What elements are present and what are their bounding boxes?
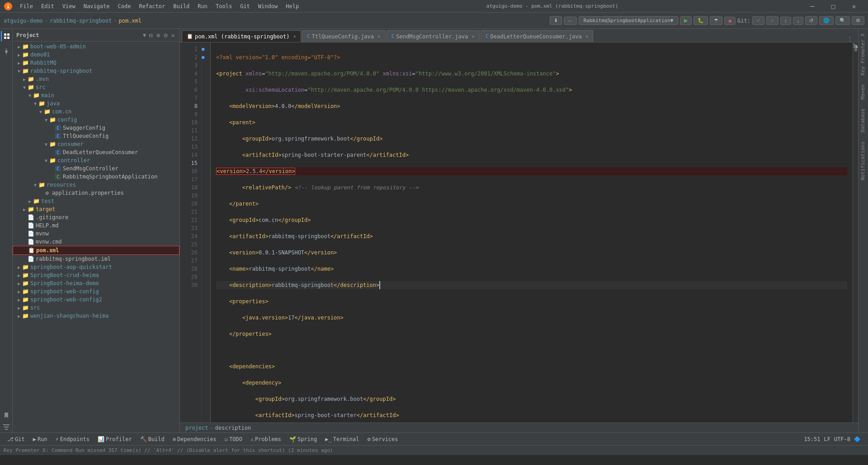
tree-item-heima-demo[interactable]: ▶ 📁 SpringBoot-heima-demo: [13, 279, 179, 287]
search-btn[interactable]: 🔍: [835, 16, 850, 25]
tree-item-controller[interactable]: ▼ 📁 controller: [13, 156, 179, 164]
menu-build[interactable]: Build: [170, 2, 193, 10]
right-panel-keypromoter[interactable]: Key Promoter X: [859, 31, 868, 78]
status-tab-run[interactable]: ▶ Run: [29, 435, 51, 443]
status-tab-problems[interactable]: ⚠ Problems: [247, 435, 285, 443]
sidebar-icon-project[interactable]: [1, 31, 12, 42]
tree-item-pomxml[interactable]: ▶ 📋 pom.xml: [13, 246, 179, 255]
menu-git[interactable]: Git: [236, 2, 254, 10]
tree-item-boot-web[interactable]: ▶ 📁 boot-web-05-admin: [13, 42, 179, 51]
status-tab-terminal[interactable]: ▶_ Terminal: [321, 435, 363, 443]
maximize-button[interactable]: □: [823, 1, 844, 11]
breadcrumb-description[interactable]: description: [215, 425, 251, 431]
stop-btn[interactable]: ■: [724, 17, 736, 25]
tree-item-helpmd[interactable]: ▶ 📄 HELP.md: [13, 221, 179, 230]
tree-item-gitignore[interactable]: ▶ 📄 .gitignore: [13, 213, 179, 221]
tree-item-src[interactable]: ▼ 📁 src: [13, 83, 179, 91]
menu-help[interactable]: Help: [282, 2, 302, 10]
status-tab-build[interactable]: 🔨 Build: [137, 435, 168, 443]
right-panel-database[interactable]: Database: [859, 106, 868, 135]
git-check-btn[interactable]: ✓: [752, 16, 764, 25]
tab-ttlqueue[interactable]: C TtlQueueConfig.java ✕: [302, 30, 386, 42]
menu-window[interactable]: Window: [255, 2, 281, 10]
breadcrumb-module[interactable]: rabbitmq-springboot: [50, 18, 112, 24]
tree-item-mvn[interactable]: ▶ 📁 .mvn: [13, 75, 179, 83]
tree-item-appprops[interactable]: ▶ ⚙ application.properties: [13, 189, 179, 197]
code-editor[interactable]: 1 2 3 4 5 6 7 8 9 10 11 12 13 14 15 16 1…: [180, 42, 858, 423]
git-revert-btn[interactable]: ↺: [805, 16, 817, 25]
run-btn[interactable]: ▶: [680, 16, 692, 25]
tree-item-resources[interactable]: ▼ 📁 resources: [13, 181, 179, 189]
project-panel-dropdown[interactable]: ▼: [143, 32, 146, 38]
tree-item-web-config[interactable]: ▶ 📁 springboot-web-config: [13, 287, 179, 296]
status-encoding[interactable]: UTF-8: [834, 436, 850, 442]
run-config-selector[interactable]: RabbitmqSpringbootApplication ▼: [579, 16, 679, 25]
git-push-btn[interactable]: ↑: [780, 17, 791, 25]
code-content[interactable]: <?xml version="1.0" encoding="UTF-8"?> <…: [211, 42, 853, 423]
sidebar-icon-bookmarks[interactable]: [1, 410, 12, 421]
status-tab-dependencies[interactable]: ≡ Dependencies: [169, 435, 220, 443]
menu-run[interactable]: Run: [194, 2, 211, 10]
close-button[interactable]: ✕: [844, 1, 864, 11]
tab-menu-btn[interactable]: ⋮: [844, 36, 856, 42]
git-commit-btn[interactable]: ✓: [766, 16, 778, 25]
tab-close-btn[interactable]: ✕: [585, 33, 589, 39]
status-tab-endpoints[interactable]: ⚡ Endpoints: [52, 435, 93, 443]
vcs-btn[interactable]: ⬇: [550, 16, 562, 25]
tree-item-ttlqueueconfig[interactable]: ▶ C TtlQueueConfig: [13, 132, 179, 140]
tree-item-main[interactable]: ▼ 📁 main: [13, 91, 179, 99]
tree-item-config[interactable]: ▼ 📁 config: [13, 116, 179, 124]
back-btn[interactable]: ←: [564, 17, 577, 25]
tree-item-sendmsgcontroller[interactable]: ▶ C SendMsgController: [13, 164, 179, 173]
tab-pomxml[interactable]: 📋 pom.xml (rabbitmq-springboot) ✕: [182, 30, 301, 42]
tree-item-mvnw[interactable]: ▶ 📄 mvnw: [13, 230, 179, 238]
breadcrumb-root[interactable]: atguigu-demo: [4, 18, 43, 24]
status-tab-spring[interactable]: 🌱 Spring: [286, 435, 321, 443]
tree-item-test[interactable]: ▶ 📁 test: [13, 197, 179, 205]
menu-code[interactable]: Code: [114, 2, 135, 10]
tree-item-target[interactable]: ▶ 📁 target: [13, 205, 179, 213]
tree-item-demo01[interactable]: ▶ 📁 demo01: [13, 51, 179, 59]
translate-btn[interactable]: 🌐: [819, 16, 834, 25]
sidebar-icon-commit[interactable]: [1, 46, 12, 57]
tab-sendmsg[interactable]: C SendMsgController.java ✕: [387, 30, 480, 42]
tree-item-rabbitmq-springboot[interactable]: ▼ 📁 rabbitmq-springboot: [13, 67, 179, 75]
tree-item-crud-heima[interactable]: ▶ 📁 SpringBoot-crud-heima: [13, 271, 179, 279]
tree-item-java[interactable]: ▼ 📁 java: [13, 99, 179, 108]
tree-item-wenjian[interactable]: ▶ 📁 wenjian-shangchuan-heima: [13, 312, 179, 320]
tree-item-comcn[interactable]: ▼ 📁 com.cn: [13, 108, 179, 116]
git-pull-btn[interactable]: ↓: [793, 17, 804, 25]
menu-view[interactable]: View: [59, 2, 79, 10]
tree-item-src2[interactable]: ▶ 📁 src: [13, 304, 179, 312]
menu-file[interactable]: File: [16, 2, 37, 10]
status-tab-todo[interactable]: ☑ TODO: [221, 435, 246, 443]
menu-edit[interactable]: Edit: [38, 2, 58, 10]
tab-deadletter[interactable]: C DeadLetterQueueConsumer.java ✕: [481, 30, 594, 42]
tab-close-btn[interactable]: ✕: [293, 33, 297, 39]
coverage-btn[interactable]: ☂: [710, 16, 722, 25]
right-panel-notifications[interactable]: Notifications: [859, 139, 868, 183]
tree-item-deadletter[interactable]: ▶ C DeadLetterQueueConsumer: [13, 148, 179, 156]
tree-item-consumer[interactable]: ▼ 📁 consumer: [13, 140, 179, 148]
tree-item-mvnwcmd[interactable]: ▶ 📄 mvnw.cmd: [13, 238, 179, 246]
menu-refactor[interactable]: Refactor: [135, 2, 169, 10]
minimize-button[interactable]: ─: [802, 1, 823, 11]
tab-close-btn[interactable]: ✕: [472, 33, 475, 39]
tree-item-springboot-aop[interactable]: ▶ 📁 springboot-aop-quickstart: [13, 263, 179, 271]
status-tab-services[interactable]: ⚙ Services: [364, 435, 402, 443]
tree-item-rabbitmq[interactable]: ▶ 📁 RabbitMQ: [13, 59, 179, 67]
tree-item-web-config2[interactable]: ▶ 📁 springboot-web-config2: [13, 296, 179, 304]
settings-gear-btn[interactable]: ⚙: [163, 31, 168, 40]
editor-scrollbar[interactable]: 3▲: [853, 42, 858, 423]
tree-item-swaggerconfig[interactable]: ▶ C SwaggerConfig: [13, 124, 179, 132]
tab-close-btn[interactable]: ✕: [377, 33, 381, 39]
tree-item-app[interactable]: ▶ C RabbitmqSpringbootApplication: [13, 173, 179, 181]
collapse-all-btn[interactable]: ⊟: [148, 31, 153, 40]
tree-item-iml[interactable]: ▶ 📄 rabbitmq-springboot.iml: [13, 255, 179, 263]
close-panel-btn[interactable]: ✕: [170, 31, 176, 40]
menu-tools[interactable]: Tools: [212, 2, 236, 10]
status-tab-git[interactable]: ⎇ Git: [4, 435, 28, 443]
sidebar-icon-structure[interactable]: [1, 422, 12, 432]
menu-navigate[interactable]: Navigate: [80, 2, 113, 10]
locate-file-btn[interactable]: ⊕: [156, 31, 161, 40]
